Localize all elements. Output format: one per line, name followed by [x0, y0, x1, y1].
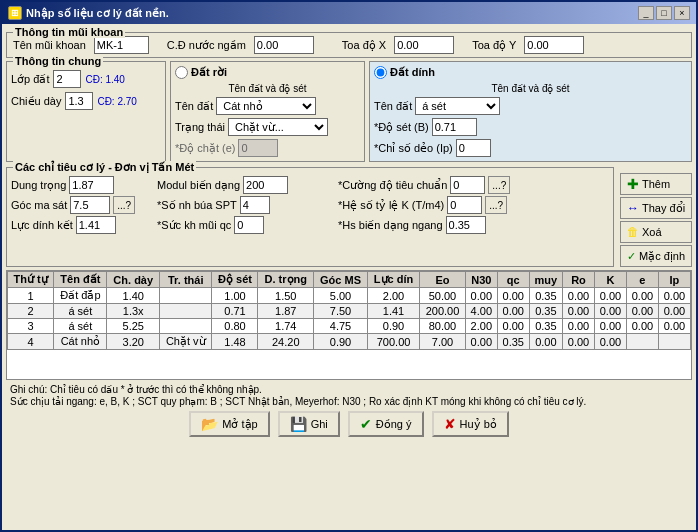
- dong-y-button[interactable]: ✔ Đồng ý: [348, 411, 424, 437]
- goc-ma-sat-btn[interactable]: ...?: [113, 196, 135, 214]
- table-cell: 0.00: [563, 319, 595, 334]
- xoa-label: Xoá: [642, 226, 662, 238]
- table-cell: 0.00: [497, 304, 529, 319]
- table-cell: 700.00: [367, 334, 419, 350]
- table-header: D. trọng: [258, 272, 314, 288]
- goc-ma-sat-input[interactable]: [70, 196, 110, 214]
- table-cell: 7.00: [420, 334, 466, 350]
- table-cell: 1: [8, 288, 54, 304]
- luc-dinh-ket-input[interactable]: [76, 216, 116, 234]
- ghi-button[interactable]: 💾 Ghi: [278, 411, 340, 437]
- table-cell: 0.35: [497, 334, 529, 350]
- hs-bien-dang-ngang-input[interactable]: [446, 216, 486, 234]
- dat-dinh-do-set-label: *Độ sét (B): [374, 121, 429, 134]
- lop-dat-input[interactable]: [53, 70, 81, 88]
- xoa-button[interactable]: 🗑 Xoá: [620, 221, 692, 243]
- dat-roi-radio[interactable]: [175, 66, 188, 79]
- table-cell: [160, 304, 212, 319]
- table-cell: 0.00: [658, 304, 690, 319]
- dat-dinh-ten-dat-select[interactable]: á sét: [415, 97, 500, 115]
- maximize-btn[interactable]: □: [656, 6, 672, 20]
- he-so-ty-le-k-btn[interactable]: ...?: [485, 196, 507, 214]
- chieu-day-input[interactable]: [65, 92, 93, 110]
- table-row[interactable]: 1Đất đắp1.401.001.505.002.0050.000.000.0…: [8, 288, 691, 304]
- table-cell: 0.00: [626, 319, 658, 334]
- dat-dinh-label: Đất dính: [390, 66, 435, 79]
- footer-note2: Sức chịu tải ngang: e, B, K ; SCT quy ph…: [10, 396, 688, 407]
- table-row[interactable]: 4Cát nhỏ3.20Chặt vừ1.4824.200.90700.007.…: [8, 334, 691, 350]
- table-header: Tên đất: [54, 272, 107, 288]
- table-cell: 0.35: [529, 304, 562, 319]
- ten-mui-khoan-input[interactable]: [94, 36, 149, 54]
- table-cell: [160, 319, 212, 334]
- table-cell: 1.3x: [107, 304, 160, 319]
- table-cell: 0.00: [563, 334, 595, 350]
- table-cell: 4.00: [465, 304, 497, 319]
- table-header: Lực dín: [367, 272, 419, 288]
- table-header: Ch. dày: [107, 272, 160, 288]
- table-cell: 5.25: [107, 319, 160, 334]
- dat-roi-label: Đất rời: [191, 66, 227, 79]
- table-cell: 0.00: [563, 304, 595, 319]
- table-cell: 4: [8, 334, 54, 350]
- close-btn[interactable]: ×: [674, 6, 690, 20]
- cuong-do-tc-label: *Cường độ tiêu chuẩn: [338, 179, 447, 192]
- group-label-chitieu: Các chỉ tiêu cơ lý - Đơn vị Tấn Mét: [13, 161, 196, 174]
- ten-mui-khoan-label: Tên mũi khoan: [13, 39, 86, 51]
- table-cell: 7.50: [314, 304, 368, 319]
- table-cell: 0.90: [314, 334, 368, 350]
- table-cell: 80.00: [420, 319, 466, 334]
- mac-dinh-button[interactable]: ✓ Mặc định: [620, 245, 692, 267]
- titlebar: ⊞ Nhập số liệu cơ lý đất nền. _ □ ×: [2, 2, 696, 24]
- mac-dinh-label: Mặc định: [639, 250, 685, 263]
- cd-nuoc-ngam-input[interactable]: [254, 36, 314, 54]
- table-cell: 1.87: [258, 304, 314, 319]
- table-cell: 0.35: [529, 319, 562, 334]
- mo-tap-icon: 📂: [201, 416, 218, 432]
- table-cell: 0.71: [212, 304, 258, 319]
- table-cell: [160, 288, 212, 304]
- dung-trong-label: Dung trọng: [11, 179, 66, 192]
- minimize-btn[interactable]: _: [638, 6, 654, 20]
- table-cell: 0.90: [367, 319, 419, 334]
- thay-doi-button[interactable]: ↔ Thay đổi: [620, 197, 692, 219]
- huy-bo-button[interactable]: ✘ Huỷ bỏ: [432, 411, 509, 437]
- table-header: qc: [497, 272, 529, 288]
- dat-dinh-do-set-input[interactable]: [432, 118, 477, 136]
- cuong-do-tc-input[interactable]: [450, 176, 485, 194]
- toa-do-y-input[interactable]: [524, 36, 584, 54]
- modul-bien-dang-input[interactable]: [243, 176, 288, 194]
- so-nh-bua-spt-input[interactable]: [240, 196, 270, 214]
- dat-dinh-chi-so-deo-input[interactable]: [456, 139, 491, 157]
- cuong-do-tc-btn[interactable]: ...?: [488, 176, 510, 194]
- table-cell: 1.00: [212, 288, 258, 304]
- suc-kh-mui-qc-input[interactable]: [234, 216, 264, 234]
- group-label-mui-khoan: Thông tin mũi khoan: [13, 26, 125, 38]
- table-header: Độ sét: [212, 272, 258, 288]
- table-cell: 24.20: [258, 334, 314, 350]
- table-cell: 2.00: [465, 319, 497, 334]
- table-header: K: [594, 272, 626, 288]
- table-cell: 0.00: [529, 334, 562, 350]
- table-cell: 1.50: [258, 288, 314, 304]
- table-cell: 0.00: [465, 288, 497, 304]
- titlebar-controls: _ □ ×: [638, 6, 690, 20]
- data-table: Thứ tựTên đấtCh. dàyTr. tháiĐộ sétD. trọ…: [7, 271, 691, 350]
- them-button[interactable]: ✚ Thêm: [620, 173, 692, 195]
- mo-tap-button[interactable]: 📂 Mở tập: [189, 411, 269, 437]
- dat-dinh-radio[interactable]: [374, 66, 387, 79]
- he-so-ty-le-k-input[interactable]: [447, 196, 482, 214]
- them-icon: ✚: [627, 176, 639, 192]
- table-row[interactable]: 3á sét5.250.801.744.750.9080.002.000.000…: [8, 319, 691, 334]
- dat-roi-trang-thai-select[interactable]: Chặt vừ...: [228, 118, 328, 136]
- table-cell: 1.48: [212, 334, 258, 350]
- dat-roi-ten-dat-select[interactable]: Cát nhỏ: [216, 97, 316, 115]
- toa-do-x-input[interactable]: [394, 36, 454, 54]
- table-row[interactable]: 2á sét1.3x0.711.877.501.41200.004.000.00…: [8, 304, 691, 319]
- dung-trong-input[interactable]: [69, 176, 114, 194]
- main-window: ⊞ Nhập số liệu cơ lý đất nền. _ □ × Thôn…: [0, 0, 698, 532]
- table-cell: 1.40: [107, 288, 160, 304]
- lop-dat-label: Lớp đất: [11, 73, 49, 86]
- cd1-label: CĐ: 1.40: [85, 74, 124, 85]
- table-header: Tr. thái: [160, 272, 212, 288]
